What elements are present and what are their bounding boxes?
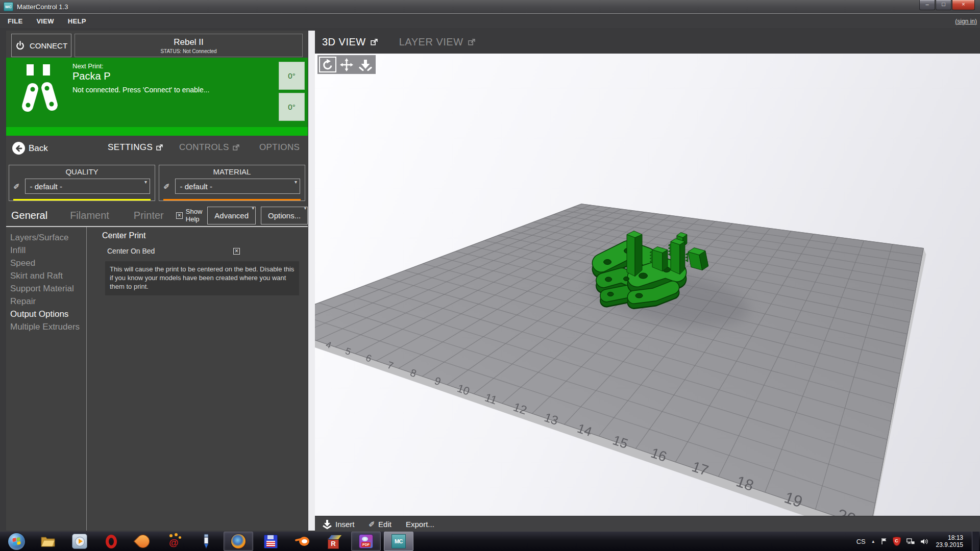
setting-detail-panel: Center Print Center On Bed × This will c… [87,227,308,531]
tray-expand-icon[interactable]: ▲ [871,539,875,544]
advanced-button[interactable]: Advanced ▾ [207,207,256,224]
antivirus-shield-icon[interactable]: C [893,537,901,546]
advanced-label: Advanced [214,211,249,220]
center-on-bed-label: Center On Bed [107,247,155,255]
media-player-icon [72,534,87,549]
taskbar-image-viewer[interactable]: @ [160,532,189,550]
settings-body: Layers/Surface Infill Speed Skirt and Ra… [6,227,308,531]
view-tool-bar [317,55,376,74]
action-center-flag-icon[interactable] [881,538,887,545]
close-button[interactable]: × [952,0,975,10]
move-tool-button[interactable] [337,56,356,73]
taskbar-media-player[interactable] [65,532,94,550]
menu-bar: FILE VIEW HELP (sign in) [0,14,980,28]
quality-preset-box: QUALITY ✎ - default - ▾ [9,165,155,201]
tab-3d-view[interactable]: 3D VIEW [322,36,378,48]
viewport-3d[interactable]: 4567891011121314151617181920 [315,54,980,516]
edit-material-icon[interactable]: ✎ [162,183,172,190]
slice-settings-tabs: General Filament Printer × Show Help Adv… [6,205,308,227]
mattercontrol-icon: MC [391,534,406,548]
clock-date: 23.9.2015 [936,541,963,548]
settings-category-list: Layers/Surface Infill Speed Skirt and Ra… [6,227,87,531]
category-multiple-extruders[interactable]: Multiple Extruders [6,320,86,333]
taskbar-clock[interactable]: 18:13 23.9.2015 [936,534,963,548]
quality-dropdown[interactable]: - default - ▾ [25,179,150,194]
panel-splitter[interactable] [308,31,315,531]
menu-view[interactable]: VIEW [36,17,54,25]
category-speed[interactable]: Speed [6,257,86,269]
taskbar-windows-explorer[interactable] [34,532,62,550]
setting-help-text: This will cause the print to be centered… [105,261,299,295]
tab-settings-label: SETTINGS [108,142,153,153]
tab-settings[interactable]: SETTINGS [108,142,163,153]
minimize-button[interactable]: – [919,0,935,10]
category-infill[interactable]: Infill [6,244,86,257]
category-output-options[interactable]: Output Options [6,308,86,320]
tab-controls-label: CONTROLS [179,142,229,153]
center-on-bed-checkbox[interactable]: × [233,248,240,255]
taskbar-pen-tool[interactable] [192,532,220,550]
printer-control-panel: CONNECT Rebel II STATUS: Not Connected N… [6,31,308,531]
printer-selector[interactable]: Rebel II STATUS: Not Connected [75,34,303,57]
material-dropdown[interactable]: - default - ▾ [175,179,300,194]
category-skirt-and-raft[interactable]: Skirt and Raft [6,269,86,282]
start-button[interactable] [2,532,31,550]
rotate-tool-button[interactable] [318,56,337,73]
edit-quality-icon[interactable]: ✎ [12,183,21,190]
tab-options[interactable]: OPTIONS [259,142,300,153]
power-icon [15,40,25,51]
tab-layer-view[interactable]: LAYER VIEW [399,36,475,48]
blender-icon [295,536,309,547]
show-help-toggle[interactable]: × Show Help [176,208,203,223]
menu-file[interactable]: FILE [8,17,22,25]
options-button[interactable]: Options... ▾ [261,207,308,224]
quality-accent-underline [13,199,151,201]
tab-options-label: OPTIONS [259,142,300,153]
insert-icon [322,519,332,529]
setting-group-title: Center Print [102,231,300,240]
category-layers-surface[interactable]: Layers/Surface [6,231,86,244]
volume-icon[interactable] [920,538,928,545]
quality-label: QUALITY [9,167,155,176]
connect-button[interactable]: CONNECT [11,34,71,57]
network-icon[interactable] [906,538,915,545]
pen-tool-icon [203,534,210,549]
export-button[interactable]: Export... [406,520,434,529]
r-block-icon: R [327,535,340,548]
taskbar-r-toy-block[interactable]: R [320,532,348,550]
show-desktop-button[interactable] [972,532,979,551]
taskbar-blender[interactable] [288,532,316,550]
taskbar-mattercontrol[interactable]: MC [384,532,413,551]
back-button[interactable]: Back [12,142,48,155]
windows-taskbar: @ [0,532,980,551]
windows-start-icon [8,533,25,550]
taskbar-firefox[interactable] [224,532,253,551]
category-repair[interactable]: Repair [6,295,86,308]
show-help-checkbox[interactable]: × [176,212,183,219]
tab-general[interactable]: General [11,210,47,221]
scale-tool-button[interactable] [356,56,375,73]
category-support-material[interactable]: Support Material [6,282,86,295]
show-help-label: Show Help [186,208,203,223]
tab-controls[interactable]: CONTROLS [179,142,239,153]
tab-filament[interactable]: Filament [70,210,109,221]
maximize-button[interactable]: □ [936,0,951,10]
insert-label: Insert [335,520,355,529]
sign-in-link[interactable]: (sign in) [955,18,977,25]
scene-3d[interactable]: 4567891011121314151617181920 [315,54,980,516]
menu-help[interactable]: HELP [68,17,86,25]
material-label: MATERIAL [159,167,305,176]
taskbar-floppy-backup[interactable] [256,532,285,550]
floppy-disk-icon [264,535,278,548]
taskbar-orange-utility[interactable] [129,532,157,550]
edit-button[interactable]: ✎ Edit [369,519,391,529]
extruder-temperature-button[interactable]: 0° [279,62,305,90]
tab-printer[interactable]: Printer [134,210,164,221]
bed-temperature-button[interactable]: 0° [279,93,305,121]
language-indicator[interactable]: CS [856,538,866,545]
printer-status: STATUS: Not Connected [75,48,302,54]
taskbar-pdf-viewer[interactable]: PDF [351,532,381,551]
taskbar-opera[interactable] [97,532,126,550]
insert-button[interactable]: Insert [322,519,355,529]
material-value: - default - [180,182,212,191]
